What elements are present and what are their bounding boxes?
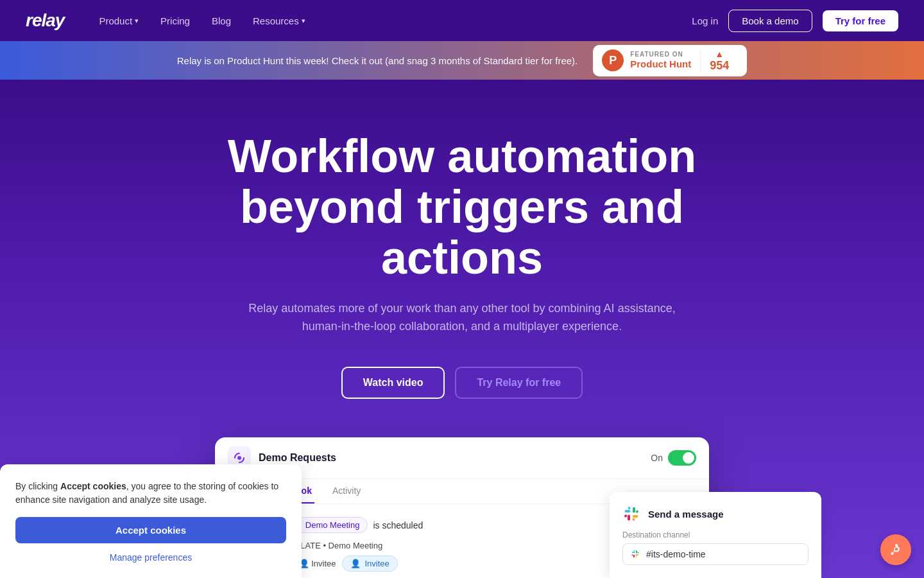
hero-title: Workflow automation beyond triggers and … [212, 131, 712, 284]
ph-featured-label: FEATURED ON [630, 51, 691, 58]
hero-subtitle: Relay automates more of your work than a… [244, 299, 680, 337]
nav-product[interactable]: Product ▾ [90, 10, 148, 31]
slack-small-icon [631, 549, 641, 559]
manage-preferences-button[interactable]: Manage preferences [15, 550, 286, 565]
channel-name: #its-demo-time [646, 549, 706, 559]
hubspot-chat-badge[interactable] [880, 534, 911, 565]
hubspot-icon [887, 541, 904, 558]
send-message-title: Send a message [648, 509, 724, 520]
logo[interactable]: relay [26, 10, 64, 31]
product-hunt-banner: Relay is on Product Hunt this week! Chec… [0, 41, 924, 80]
cookie-text: By clicking Accept cookies, you agree to… [15, 480, 286, 507]
ph-name: Product Hunt [630, 58, 691, 70]
send-message-panel: Send a message Destination channel #its-… [610, 492, 821, 578]
nav-resources[interactable]: Resources ▾ [244, 10, 314, 31]
chevron-down-icon: ▾ [135, 17, 139, 25]
ph-upvote-icon: ▲ [715, 49, 724, 59]
channel-input[interactable]: #its-demo-time [622, 543, 809, 565]
book-demo-button[interactable]: Book a demo [728, 10, 812, 32]
cookie-banner: By clicking Accept cookies, you agree to… [0, 464, 302, 578]
svg-rect-1 [622, 505, 640, 523]
trigger-suffix: is scheduled [373, 520, 423, 530]
nav-pricing[interactable]: Pricing [151, 10, 199, 31]
login-button[interactable]: Log in [692, 15, 718, 26]
navigation: relay Product ▾ Pricing Blog Resources ▾… [0, 0, 924, 41]
banner-text: Relay is on Product Hunt this week! Chec… [177, 55, 578, 66]
demo-title: Demo Requests [259, 452, 643, 464]
accept-cookies-strong: Accept cookies [60, 481, 126, 491]
product-hunt-logo: P [602, 49, 624, 71]
try-free-button[interactable]: Try for free [823, 10, 898, 31]
slack-icon [622, 505, 640, 523]
nav-actions: Log in Book a demo Try for free [692, 10, 898, 32]
accept-cookies-button[interactable]: Accept cookies [15, 517, 286, 543]
on-off-toggle[interactable] [668, 450, 696, 466]
chevron-down-icon: ▾ [302, 17, 305, 25]
hero-buttons: Watch video Try Relay for free [26, 367, 898, 399]
product-hunt-badge[interactable]: P FEATURED ON Product Hunt ▲ 954 [593, 45, 747, 76]
tab-activity[interactable]: Activity [330, 479, 363, 504]
destination-label: Destination channel [622, 530, 809, 539]
ph-vote-count: 954 [710, 59, 729, 73]
nav-blog[interactable]: Blog [203, 10, 240, 31]
hero-section: Workflow automation beyond triggers and … [0, 80, 924, 437]
try-relay-button[interactable]: Try Relay for free [455, 367, 583, 399]
watch-video-button[interactable]: Watch video [341, 367, 445, 399]
nav-links: Product ▾ Pricing Blog Resources ▾ [90, 10, 692, 31]
svg-point-0 [237, 456, 241, 460]
toggle-label: On [651, 453, 663, 463]
